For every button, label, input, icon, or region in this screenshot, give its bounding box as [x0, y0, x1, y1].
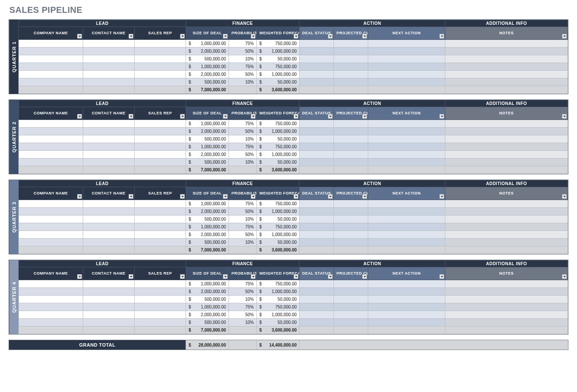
cell-close[interactable] — [334, 55, 368, 63]
cell-action[interactable] — [368, 319, 445, 326]
col-deal[interactable]: SIZE OF DEAL — [186, 267, 229, 280]
cell-notes[interactable] — [445, 135, 568, 143]
cell-rep[interactable] — [135, 40, 186, 48]
col-contact[interactable]: CONTACT NAME — [83, 267, 135, 280]
cell-deal[interactable]: $2,000,000.00 — [186, 311, 229, 319]
filter-icon[interactable] — [439, 114, 444, 119]
cell-company[interactable] — [19, 63, 83, 71]
cell-notes[interactable] — [445, 48, 568, 55]
filter-icon[interactable] — [362, 114, 367, 119]
col-status[interactable]: DEAL STATUS — [300, 267, 334, 280]
cell-status[interactable] — [300, 143, 334, 151]
cell-company[interactable] — [19, 311, 83, 319]
cell-close[interactable] — [334, 128, 368, 135]
cell-forecast[interactable]: $750,000.00 — [257, 223, 300, 231]
filter-icon[interactable] — [439, 274, 444, 279]
cell-prob[interactable]: 50% — [229, 48, 257, 55]
cell-notes[interactable] — [445, 223, 568, 231]
filter-icon[interactable] — [362, 34, 367, 39]
cell-action[interactable] — [368, 120, 445, 128]
filter-icon[interactable] — [180, 194, 185, 199]
filter-icon[interactable] — [294, 114, 298, 119]
cell-action[interactable] — [368, 128, 445, 135]
filter-icon[interactable] — [562, 194, 567, 199]
cell-action[interactable] — [368, 280, 445, 288]
cell-rep[interactable] — [135, 296, 186, 303]
cell-action[interactable] — [368, 143, 445, 151]
cell-forecast[interactable]: $1,000,000.00 — [257, 128, 300, 135]
cell-rep[interactable] — [135, 303, 186, 311]
cell-prob[interactable]: 75% — [229, 63, 257, 71]
cell-company[interactable] — [19, 239, 83, 246]
cell-company[interactable] — [19, 151, 83, 159]
cell-status[interactable] — [300, 303, 334, 311]
cell-action[interactable] — [368, 40, 445, 48]
cell-deal[interactable]: $2,000,000.00 — [186, 128, 229, 135]
cell-notes[interactable] — [445, 159, 568, 166]
col-notes[interactable]: NOTES — [445, 107, 568, 120]
col-close[interactable]: PROJECTED CLOSING DATE — [334, 267, 368, 280]
cell-company[interactable] — [19, 200, 83, 208]
table-row[interactable]: $500,000.00 10% $50,000.00 — [19, 78, 568, 86]
cell-action[interactable] — [368, 63, 445, 71]
cell-company[interactable] — [19, 296, 83, 303]
filter-icon[interactable] — [180, 34, 185, 39]
col-deal[interactable]: SIZE OF DEAL — [186, 27, 229, 40]
col-forecast[interactable]: WEIGHTED FORECAST — [257, 107, 300, 120]
cell-close[interactable] — [334, 40, 368, 48]
cell-close[interactable] — [334, 151, 368, 159]
cell-notes[interactable] — [445, 303, 568, 311]
cell-action[interactable] — [368, 48, 445, 55]
col-close[interactable]: PROJECTED CLOSING DATE — [334, 107, 368, 120]
cell-contact[interactable] — [83, 71, 135, 78]
cell-contact[interactable] — [83, 303, 135, 311]
cell-forecast[interactable]: $50,000.00 — [257, 159, 300, 166]
cell-rep[interactable] — [135, 239, 186, 246]
filter-icon[interactable] — [77, 34, 82, 39]
cell-company[interactable] — [19, 55, 83, 63]
cell-contact[interactable] — [83, 311, 135, 319]
cell-prob[interactable]: 10% — [229, 319, 257, 326]
cell-close[interactable] — [334, 311, 368, 319]
cell-action[interactable] — [368, 151, 445, 159]
cell-prob[interactable]: 75% — [229, 40, 257, 48]
col-status[interactable]: DEAL STATUS — [300, 187, 334, 200]
cell-rep[interactable] — [135, 280, 186, 288]
cell-status[interactable] — [300, 128, 334, 135]
table-row[interactable]: $2,000,000.00 50% $1,000,000.00 — [19, 71, 568, 78]
cell-deal[interactable]: $500,000.00 — [186, 159, 229, 166]
filter-icon[interactable] — [223, 114, 228, 119]
cell-contact[interactable] — [83, 40, 135, 48]
cell-forecast[interactable]: $50,000.00 — [257, 239, 300, 246]
cell-deal[interactable]: $1,000,000.00 — [186, 40, 229, 48]
cell-contact[interactable] — [83, 128, 135, 135]
col-contact[interactable]: CONTACT NAME — [83, 27, 135, 40]
filter-icon[interactable] — [294, 194, 298, 199]
cell-contact[interactable] — [83, 208, 135, 215]
cell-notes[interactable] — [445, 143, 568, 151]
table-row[interactable]: $500,000.00 10% $50,000.00 — [19, 215, 568, 223]
cell-prob[interactable]: 50% — [229, 151, 257, 159]
cell-status[interactable] — [300, 78, 334, 86]
cell-status[interactable] — [300, 200, 334, 208]
cell-notes[interactable] — [445, 55, 568, 63]
cell-deal[interactable]: $500,000.00 — [186, 55, 229, 63]
cell-deal[interactable]: $500,000.00 — [186, 239, 229, 246]
col-forecast[interactable]: WEIGHTED FORECAST — [257, 187, 300, 200]
cell-action[interactable] — [368, 223, 445, 231]
cell-notes[interactable] — [445, 151, 568, 159]
cell-action[interactable] — [368, 215, 445, 223]
cell-company[interactable] — [19, 303, 83, 311]
cell-company[interactable] — [19, 319, 83, 326]
filter-icon[interactable] — [180, 114, 185, 119]
cell-company[interactable] — [19, 135, 83, 143]
table-row[interactable]: $1,000,000.00 75% $750,000.00 — [19, 200, 568, 208]
cell-prob[interactable]: 10% — [229, 215, 257, 223]
table-row[interactable]: $1,000,000.00 75% $750,000.00 — [19, 303, 568, 311]
cell-notes[interactable] — [445, 208, 568, 215]
cell-status[interactable] — [300, 63, 334, 71]
cell-action[interactable] — [368, 288, 445, 296]
col-action[interactable]: NEXT ACTION — [368, 187, 445, 200]
cell-prob[interactable]: 50% — [229, 231, 257, 239]
cell-action[interactable] — [368, 239, 445, 246]
